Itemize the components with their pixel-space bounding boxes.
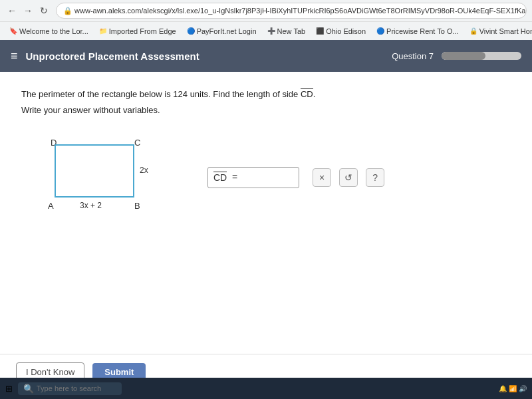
forward-button[interactable]: → — [21, 4, 35, 17]
taskbar-left: ⊞ 🔍 — [5, 382, 122, 395]
vertex-C-label: C — [134, 138, 140, 148]
lock-icon: 🔒 — [63, 7, 72, 15]
cd-equation-label: CD = — [213, 172, 240, 184]
progress-bar-fill — [442, 52, 485, 60]
question-text-main: The perimeter of the rectangle below is … — [21, 89, 298, 99]
bookmark-icon-3: ➕ — [267, 27, 275, 35]
bookmark-newtab[interactable]: ➕ New Tab — [263, 26, 310, 37]
side-bottom-label: 3x + 2 — [80, 201, 102, 210]
cd-overline: CD — [213, 172, 227, 184]
vertex-A-label: A — [48, 201, 54, 211]
vertex-B-label: B — [134, 201, 140, 211]
nav-bar: ← → ↻ 🔒 www-awn.aleks.com/alekscgi/x/lsl… — [0, 0, 532, 21]
windows-icon[interactable]: ⊞ — [5, 384, 13, 394]
taskbar-search-box[interactable]: 🔍 — [18, 382, 122, 395]
bookmark-icon-6: 🔒 — [469, 27, 477, 35]
header-right: Question 7 — [392, 51, 521, 61]
help-button[interactable]: ? — [366, 168, 384, 187]
action-buttons: × ↺ ? — [313, 168, 384, 187]
answer-area: CD = × ↺ ? — [207, 167, 384, 188]
overline-label: CD — [301, 88, 313, 100]
bookmark-welcome[interactable]: 🔖 Welcome to the Lor... — [5, 26, 92, 37]
refresh-button[interactable]: ↻ — [37, 4, 51, 17]
nav-buttons: ← → ↻ — [5, 4, 51, 17]
hamburger-icon[interactable]: ≡ — [11, 49, 18, 63]
bookmark-icon-1: 📁 — [99, 27, 107, 35]
question-instruction: Write your answer without variables. — [21, 105, 511, 115]
back-button[interactable]: ← — [5, 4, 19, 17]
progress-bar-container — [442, 52, 521, 60]
address-bar[interactable]: 🔒 www-awn.aleks.com/alekscgi/x/lsl.exe/1… — [56, 3, 527, 19]
bookmark-ohio[interactable]: ⬛ Ohio Edison — [312, 26, 370, 37]
bookmark-label-3: New Tab — [277, 27, 306, 35]
bookmark-label-1: Imported From Edge — [109, 27, 176, 35]
bookmark-label-0: Welcome to the Lor... — [19, 27, 88, 35]
bookmark-icon-0: 🔖 — [9, 27, 17, 35]
question-area: The perimeter of the rectangle below is … — [0, 72, 532, 354]
diagram-area: D C 2x A 3x + 2 B — [35, 131, 168, 224]
search-icon: 🔍 — [23, 384, 34, 394]
aleks-app: ≡ Unproctored Placement Assessment Quest… — [0, 40, 532, 399]
taskbar-search-input[interactable] — [37, 384, 116, 392]
bookmark-vivint[interactable]: 🔒 Vivint Smart Home — [466, 26, 532, 37]
close-button[interactable]: × — [313, 168, 331, 187]
answer-input-box: CD = — [207, 167, 299, 188]
side-right-label: 2x — [140, 166, 148, 175]
taskbar: ⊞ 🔍 🔔 📶 🔊 — [0, 378, 532, 399]
bookmark-label-6: Vivint Smart Home — [479, 27, 532, 35]
bookmark-icon-5: 🔵 — [376, 27, 384, 35]
question-label: Question 7 — [392, 51, 434, 61]
undo-button[interactable]: ↺ — [339, 168, 358, 187]
header-left: ≡ Unproctored Placement Assessment — [11, 49, 200, 63]
question-body: D C 2x A 3x + 2 B CD = × — [21, 131, 511, 224]
rectangle-diagram — [55, 144, 134, 198]
taskbar-icons: 🔔 📶 🔊 — [499, 385, 527, 392]
bookmark-label-2: PayForIt.net Login — [197, 27, 257, 35]
aleks-header: ≡ Unproctored Placement Assessment Quest… — [0, 40, 532, 72]
bookmarks-bar: 🔖 Welcome to the Lor... 📁 Imported From … — [0, 21, 532, 40]
bookmark-payforit[interactable]: 🔵 PayForIt.net Login — [183, 26, 261, 37]
bookmark-icon-4: ⬛ — [316, 27, 324, 35]
bookmark-label-5: Pricewise Rent To O... — [386, 27, 459, 35]
bookmark-label-4: Ohio Edison — [326, 27, 366, 35]
page-title: Unproctored Placement Assessment — [26, 51, 200, 62]
taskbar-right: 🔔 📶 🔊 — [499, 385, 527, 392]
question-text: The perimeter of the rectangle below is … — [21, 88, 511, 101]
bookmark-imported[interactable]: 📁 Imported From Edge — [95, 26, 180, 37]
bookmark-icon-2: 🔵 — [187, 27, 195, 35]
url-text: www-awn.aleks.com/alekscgi/x/lsl.exe/1o_… — [74, 7, 527, 15]
answer-input[interactable] — [240, 172, 293, 183]
bookmark-pricewise[interactable]: 🔵 Pricewise Rent To O... — [372, 26, 463, 37]
